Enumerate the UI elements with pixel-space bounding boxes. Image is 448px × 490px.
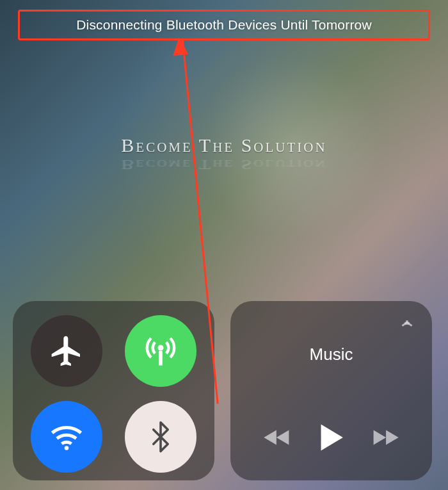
svg-point-2 [65,446,69,450]
music-title: Music [230,345,432,364]
airplane-icon [49,333,84,369]
music-panel[interactable]: Music [230,301,432,480]
annotation-arrow-head [172,37,189,56]
airplane-mode-toggle[interactable] [31,315,102,387]
bluetooth-icon [143,420,178,454]
wifi-toggle[interactable] [31,401,102,473]
svg-point-3 [406,321,407,322]
forward-button[interactable] [371,426,400,449]
rewind-button[interactable] [262,426,292,449]
status-highlight-box: Disconnecting Bluetooth Devices Until To… [18,10,430,40]
status-banner-text: Disconnecting Bluetooth Devices Until To… [76,17,372,33]
wifi-icon [47,418,86,456]
cellular-data-toggle[interactable] [125,315,196,387]
watermark-text: Become The Solution [0,135,448,156]
play-button[interactable] [317,422,344,453]
watermark-reflection: Become The Solution [0,157,448,172]
cellular-antenna-icon [141,332,180,370]
svg-point-0 [157,345,163,351]
airplay-icon[interactable] [397,314,417,333]
bluetooth-toggle[interactable] [125,401,196,473]
connectivity-panel[interactable] [13,301,214,480]
